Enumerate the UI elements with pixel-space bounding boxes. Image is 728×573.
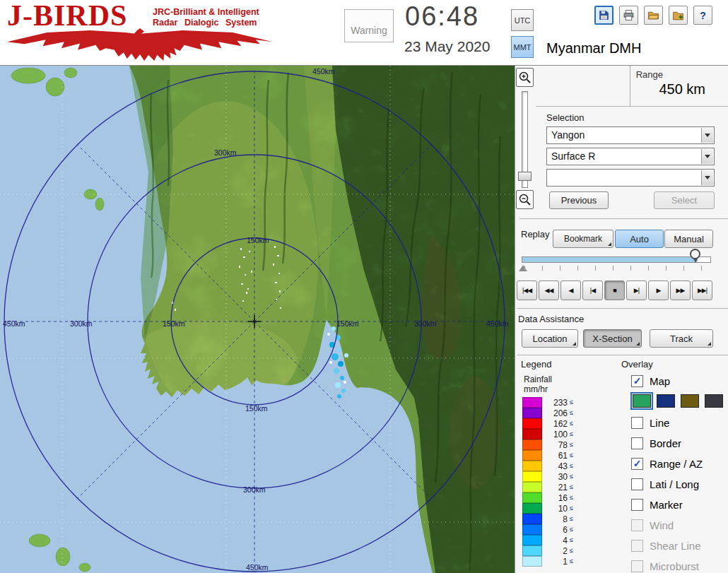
overlay-label: Range / AZ [650,458,703,470]
step-forward-button[interactable]: ▶| [626,280,647,300]
help-icon: ? [700,10,706,21]
legend-row: 206≤ [522,408,573,418]
legend-value: 61 [548,451,568,461]
open-file-button[interactable] [644,6,663,25]
timezone-mmt-button[interactable]: MMT [511,36,534,58]
chevron-down-icon [705,155,710,158]
location-button[interactable]: Location [522,329,578,348]
zoom-out-button[interactable] [516,190,534,209]
play-reverse-button[interactable]: ◀ [560,280,581,300]
auto-mode-button[interactable]: Auto [615,230,664,248]
marker-checkbox[interactable] [631,499,643,511]
step-back-button[interactable]: |◀ [582,280,603,300]
overlay-row-border[interactable]: Border [631,436,681,450]
legend-color-swatch [522,450,542,461]
legend-lte-icon: ≤ [570,473,573,480]
legend-lte-icon: ≤ [570,547,573,554]
legend-color-swatch [522,545,542,556]
extra-dropdown[interactable] [546,169,715,187]
legend-lte-icon: ≤ [570,494,573,501]
product-dropdown[interactable]: Surface R [546,148,715,165]
legend-value: 206 [548,408,568,418]
manual-mode-button[interactable]: Manual [664,230,713,248]
range-ring-label: 150km [163,319,185,328]
legend-lte-icon: ≤ [570,430,573,437]
radar-map[interactable]: 450km 300km 150km 450km 300km 150km 150k… [0,66,515,573]
legend-color-swatch [522,408,542,418]
replay-timeline-slider[interactable] [522,256,711,263]
eagle-logo-icon [4,26,276,63]
map-color-swatch-green[interactable] [633,394,651,408]
stop-button[interactable]: ■ [604,280,625,300]
fast-rewind-button[interactable]: ◀◀ [539,280,559,300]
product-dropdown-button[interactable] [701,149,713,164]
range-ring-label: 150km [245,404,268,413]
site-dropdown[interactable]: Yangon [546,126,715,144]
map-color-swatch-navy[interactable] [657,394,675,408]
divider [517,355,728,355]
overlay-row-map[interactable]: ✓ Map [631,374,670,388]
help-button[interactable]: ? [693,6,712,25]
legend-row: 16≤ [522,492,573,503]
legend-color-swatch [522,524,542,535]
legend-row: 233≤ [522,397,573,408]
zoom-slider-thumb[interactable] [518,172,532,181]
overlay-row-marker[interactable]: Marker [631,497,683,512]
legend-row: 162≤ [522,418,573,429]
x-section-button[interactable]: X-Section [583,329,642,348]
jbirds-app: J-BIRDS JRC-Brilliant & Intelligent Rada… [0,0,728,573]
overlay-label: Marker [650,499,683,511]
overlay-row-line[interactable]: Line [631,415,669,430]
map-color-options [633,394,723,408]
track-button[interactable]: Track [650,329,713,348]
legend-lte-icon: ≤ [570,557,573,565]
zoom-in-button[interactable] [516,68,534,87]
legend-color-swatch [522,503,542,514]
bookmark-button[interactable]: Bookmark [553,230,613,248]
timezone-utc-button[interactable]: UTC [511,9,534,31]
lati-long-checkbox[interactable] [631,478,643,490]
data-assistance-label: Data Assistance [518,314,584,324]
legend-color-swatch [522,535,542,545]
save-icon [598,9,610,21]
map-color-swatch-olive[interactable] [681,394,699,408]
control-panel: Range 450 km Selection Yangon Surface R … [515,66,728,573]
legend-color-swatch [522,556,542,567]
range-label: Range [636,69,663,80]
select-button[interactable]: Select [654,191,715,209]
skip-to-start-button[interactable]: |◀◀ [517,280,537,300]
save-button[interactable] [594,6,613,25]
shear-line-checkbox [631,540,643,552]
legend-lte-icon: ≤ [570,462,573,469]
site-dropdown-value: Yangon [551,129,585,141]
chevron-down-icon [705,176,710,179]
overlay-row-wind: Wind [631,518,674,532]
logo-subtitle-line1: JRC-Brilliant & Intelligent [153,7,259,18]
overlay-row-range-az[interactable]: ✓ Range / AZ [631,456,703,471]
skip-to-end-button[interactable]: ▶▶| [692,280,712,300]
legend-lte-icon: ≤ [570,483,573,490]
extra-dropdown-button[interactable] [701,170,713,185]
border-checkbox[interactable] [631,437,643,449]
legend-row: 21≤ [522,482,573,492]
previous-button[interactable]: Previous [549,191,609,209]
import-data-button[interactable] [669,6,688,25]
zoom-out-icon [518,193,532,207]
overlay-row-lati-long[interactable]: Lati / Long [631,477,699,491]
legend-row: 100≤ [522,429,573,439]
fast-forward-button[interactable]: ▶▶ [670,280,691,300]
replay-timeline-thumb[interactable] [690,249,700,259]
map-checkbox[interactable]: ✓ [631,375,643,387]
line-checkbox[interactable] [631,417,643,429]
play-button[interactable]: ▶ [648,280,669,300]
print-button[interactable] [619,6,638,25]
site-dropdown-button[interactable] [701,128,713,143]
warning-button[interactable]: Warning [344,9,394,42]
legend-lte-icon: ≤ [570,398,573,406]
warning-label: Warning [351,25,387,36]
map-color-swatch-gray[interactable] [705,394,723,408]
legend-row: 43≤ [522,461,573,471]
legend-value: 2 [548,546,568,556]
legend-value: 233 [548,398,568,408]
range-az-checkbox[interactable]: ✓ [631,458,643,470]
